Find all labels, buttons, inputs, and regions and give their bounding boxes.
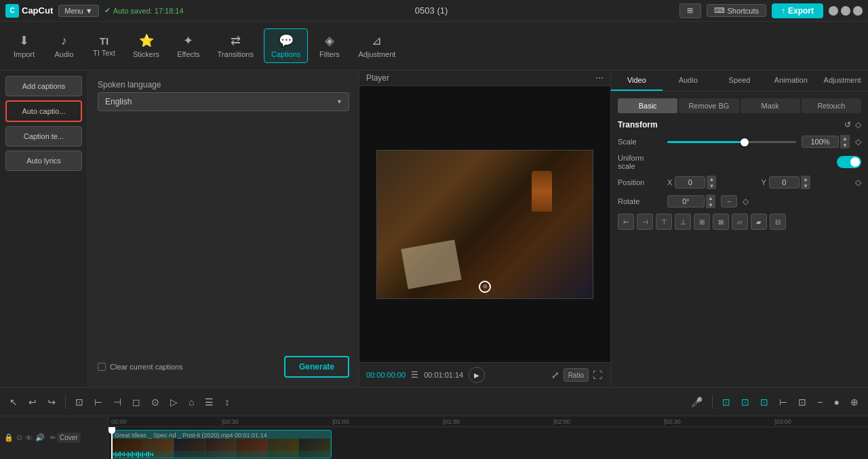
fullscreen-icon[interactable]: ⛶: [591, 368, 604, 382]
toolbar-audio[interactable]: ♪ Audio: [45, 29, 83, 63]
toolbar-text[interactable]: TI TI Text: [85, 31, 123, 62]
track-btn-3[interactable]: ⊡: [756, 394, 772, 410]
more-tool[interactable]: ↕: [220, 394, 233, 410]
ratio-button[interactable]: Ratio: [564, 368, 589, 382]
zoom-in-button[interactable]: ⊕: [846, 394, 863, 410]
effects-label: Effects: [177, 50, 199, 58]
lock-icon[interactable]: 🔒: [4, 433, 14, 442]
zoom-out-button[interactable]: −: [813, 394, 827, 410]
delete-tool[interactable]: ◻: [128, 394, 144, 410]
toolbar-effects[interactable]: ✦ Effects: [170, 28, 207, 63]
caption-te-button[interactable]: Caption te...: [5, 126, 82, 146]
menu-button[interactable]: Menu ▼: [58, 5, 98, 17]
align-bottom-icon[interactable]: ⊠: [713, 214, 729, 230]
current-time: 00:00:00:00: [366, 371, 406, 379]
cover-edit-icon[interactable]: ✏: [50, 434, 56, 441]
auto-lyrics-button[interactable]: Auto lyrics: [5, 151, 82, 171]
mirror-tool[interactable]: ⌂: [184, 394, 198, 410]
track-visible-icon[interactable]: ⊙: [16, 433, 22, 442]
scale-slider[interactable]: [667, 141, 796, 143]
shield-tool[interactable]: ⊙: [147, 394, 163, 410]
sub-tab-basic[interactable]: Basic: [618, 98, 677, 113]
player-options-icon[interactable]: ⋯: [595, 73, 604, 83]
tab-audio[interactable]: Audio: [663, 71, 714, 91]
redo-button[interactable]: ↩: [43, 394, 60, 410]
zoom-fit-button[interactable]: ●: [830, 394, 844, 410]
wave-10: [132, 452, 133, 457]
mic-button[interactable]: 🎤: [687, 394, 707, 410]
sub-tab-mask[interactable]: Mask: [741, 98, 800, 113]
scale-keyframe-icon[interactable]: ◇: [855, 137, 861, 146]
split-tool[interactable]: ⊡: [71, 394, 87, 410]
fullscreen-fit-icon[interactable]: ⤢: [550, 368, 561, 382]
undo-button[interactable]: ↩: [24, 394, 41, 410]
uniform-scale-toggle[interactable]: [837, 156, 861, 168]
track-eye-icon[interactable]: 👁: [25, 434, 33, 442]
sub-tab-removebg[interactable]: Remove BG: [679, 98, 738, 113]
list-icon[interactable]: ☰: [411, 370, 418, 380]
align-center-v-icon[interactable]: ⊞: [694, 214, 710, 230]
grid-button[interactable]: ⊞: [679, 3, 701, 18]
group-tool[interactable]: ☰: [201, 394, 218, 410]
add-captions-button[interactable]: Add captions: [5, 76, 82, 96]
align-right-icon[interactable]: ⊤: [656, 214, 672, 230]
play-button[interactable]: ▶: [469, 367, 485, 383]
trim-end-tool[interactable]: ⊣: [109, 394, 125, 410]
cover-button[interactable]: Cover: [57, 433, 81, 443]
pos-x-down[interactable]: ▼: [707, 182, 716, 189]
rotate-down[interactable]: ▼: [706, 201, 715, 208]
generate-button[interactable]: Generate: [284, 356, 349, 378]
pos-y-input[interactable]: [769, 176, 800, 188]
scale-down[interactable]: ▼: [840, 142, 850, 148]
shortcuts-button[interactable]: ⌨ Shortcuts: [707, 4, 766, 17]
rotate-up[interactable]: ▲: [706, 195, 715, 201]
pos-y-up[interactable]: ▲: [801, 176, 810, 182]
align-left-icon[interactable]: ⊢: [618, 214, 634, 230]
position-keyframe-icon[interactable]: ◇: [855, 178, 861, 187]
align-center-h-icon[interactable]: ⊣: [637, 214, 653, 230]
trim-start-tool[interactable]: ⊢: [90, 394, 106, 410]
clear-current-captions-label[interactable]: Clear current captions: [98, 363, 183, 371]
distribute-v-icon[interactable]: ▰: [751, 214, 767, 230]
track-btn-4[interactable]: ⊢: [775, 394, 791, 410]
scale-input[interactable]: [802, 136, 839, 148]
distribute-h-icon[interactable]: ▱: [732, 214, 748, 230]
close-button[interactable]: [853, 6, 863, 16]
align-extra-icon[interactable]: ⊟: [770, 214, 786, 230]
tab-speed[interactable]: Speed: [714, 71, 766, 91]
keyframe-icon[interactable]: ◇: [855, 120, 861, 129]
toolbar-stickers[interactable]: ⭐ Stickers: [125, 28, 167, 63]
toolbar-import[interactable]: ⬇ Import: [5, 28, 43, 63]
toolbar-filters[interactable]: ◈ Filters: [311, 28, 348, 63]
rotate-keyframe-icon[interactable]: ◇: [743, 197, 749, 206]
toolbar-adjustment[interactable]: ⊿ Adjustment: [351, 28, 403, 63]
tab-video[interactable]: Video: [611, 71, 663, 91]
rotate-flip-button[interactable]: −: [721, 195, 737, 207]
export-button[interactable]: ↑ Export: [772, 3, 823, 18]
track-btn-5[interactable]: ⊡: [794, 394, 810, 410]
scale-up[interactable]: ▲: [840, 135, 850, 142]
sub-tab-retouch[interactable]: Retouch: [802, 98, 861, 113]
reset-icon[interactable]: ↺: [844, 120, 851, 129]
language-select[interactable]: English Spanish French German Chinese Ja…: [98, 92, 349, 111]
pos-x-input[interactable]: [675, 176, 705, 188]
cursor-tool[interactable]: ↖: [5, 394, 22, 410]
rotate-input[interactable]: [667, 195, 705, 207]
pos-y-down[interactable]: ▼: [801, 182, 810, 189]
align-top-icon[interactable]: ⊥: [675, 214, 691, 230]
track-btn-2[interactable]: ⊡: [737, 394, 753, 410]
tab-adjustment[interactable]: Adjustment: [816, 71, 868, 91]
video-track[interactable]: Great Ideas _ Spec Ad _ Post-it (2020).m…: [111, 430, 332, 458]
toolbar-transitions[interactable]: ⇄ Transitions: [210, 28, 261, 63]
tab-animation[interactable]: Animation: [765, 71, 816, 91]
clear-checkbox[interactable]: [98, 363, 106, 371]
toolbar-captions[interactable]: 💬 Captions: [264, 28, 308, 63]
track-audio-icon[interactable]: 🔊: [35, 433, 45, 442]
track-btn-1[interactable]: ⊡: [718, 394, 734, 410]
crop-tool[interactable]: ▷: [166, 394, 182, 410]
minimize-button[interactable]: [829, 6, 838, 16]
pos-x-up[interactable]: ▲: [707, 176, 716, 182]
wave-2: [115, 452, 117, 457]
maximize-button[interactable]: [841, 6, 850, 16]
auto-caption-button[interactable]: Auto captio...: [5, 100, 82, 122]
